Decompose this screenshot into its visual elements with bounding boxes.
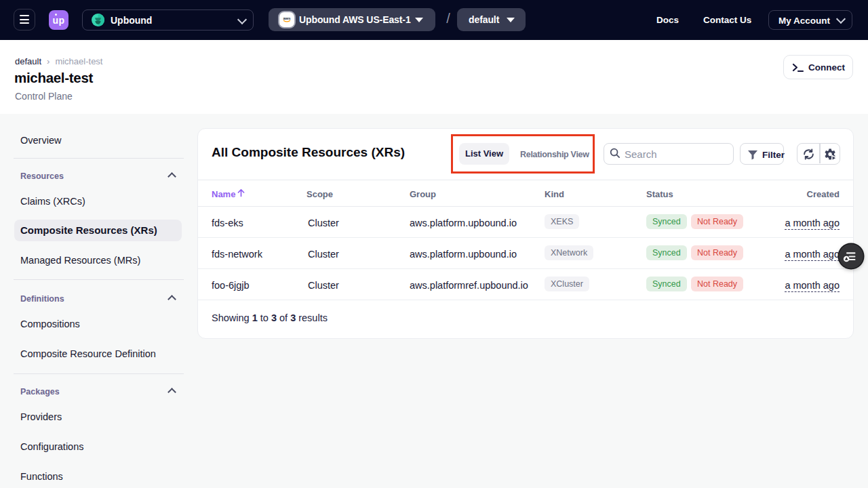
- svg-text:aws: aws: [283, 16, 291, 20]
